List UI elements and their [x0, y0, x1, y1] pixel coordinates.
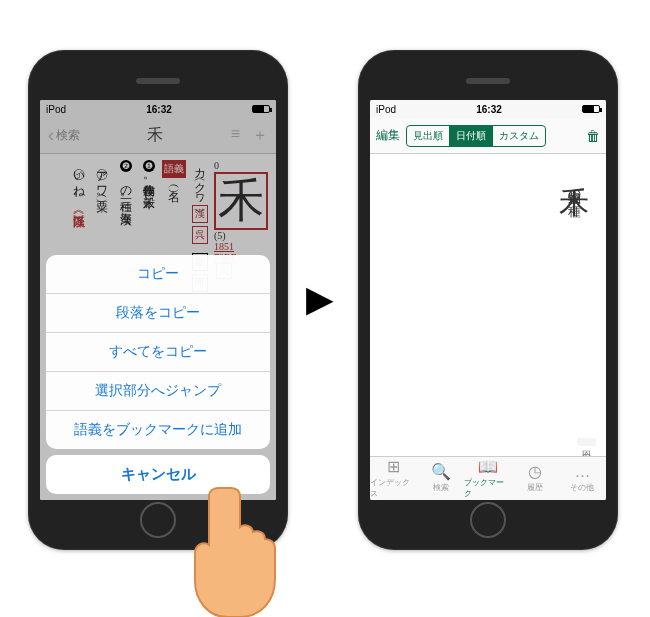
trash-icon[interactable]: 🗑: [586, 128, 600, 144]
arrow-icon: ▶: [306, 278, 334, 320]
tab-label: ブックマーク: [464, 477, 511, 499]
tab-label: その他: [570, 482, 594, 493]
bookmark-entry[interactable]: 禾 穀物の一種。: [553, 162, 594, 448]
segment-custom-order[interactable]: カスタム: [492, 126, 545, 146]
phone-right: iPod 16:32 編集 見出順 日付順 カスタム 🗑 禾 穀物の一: [358, 50, 618, 550]
action-sheet-group: コピー 段落をコピー すべてをコピー 選択部分へジャンプ 語義をブックマークに追…: [46, 255, 270, 449]
action-jump-to-selection[interactable]: 選択部分へジャンプ: [46, 371, 270, 410]
tab-history[interactable]: ◷ 履歴: [512, 457, 559, 500]
search-icon: 🔍: [431, 464, 451, 480]
speaker: [136, 78, 180, 84]
status-time: 16:32: [476, 104, 502, 115]
tab-bar: ⊞ インデックス 🔍 検索 📖 ブックマーク ◷ 履歴 … その他: [370, 456, 606, 500]
tab-label: 履歴: [527, 482, 543, 493]
pointing-finger-icon: [185, 480, 285, 617]
home-button[interactable]: [140, 502, 176, 538]
status-carrier: iPod: [376, 104, 396, 115]
screen-left: iPod 16:32 ‹ 検索 禾 ≡ ＋ 0: [40, 100, 276, 500]
tab-search[interactable]: 🔍 検索: [417, 457, 464, 500]
edit-button[interactable]: 編集: [376, 127, 400, 144]
sort-segmented-control[interactable]: 見出順 日付順 カスタム: [406, 125, 546, 147]
more-icon: …: [574, 464, 590, 480]
tab-more[interactable]: … その他: [559, 457, 606, 500]
bookmark-content: 禾 穀物の一種。: [370, 154, 606, 456]
tab-label: 検索: [433, 482, 449, 493]
phone-left: iPod 16:32 ‹ 検索 禾 ≡ ＋ 0: [28, 50, 288, 550]
bookmark-desc: 穀物の一種。: [567, 173, 582, 209]
action-copy-paragraph[interactable]: 段落をコピー: [46, 293, 270, 332]
action-sheet: コピー 段落をコピー すべてをコピー 選択部分へジャンプ 語義をブックマークに追…: [46, 255, 270, 494]
today-badge: 今日: [577, 438, 596, 446]
grid-icon: ⊞: [387, 459, 400, 475]
tab-label: インデックス: [370, 477, 417, 499]
speaker: [466, 78, 510, 84]
bookmark-icon: 📖: [478, 459, 498, 475]
stage: iPod 16:32 ‹ 検索 禾 ≡ ＋ 0: [0, 0, 650, 617]
tab-bookmark[interactable]: 📖 ブックマーク: [464, 457, 511, 500]
action-copy[interactable]: コピー: [46, 255, 270, 293]
home-button[interactable]: [470, 502, 506, 538]
screen-right: iPod 16:32 編集 見出順 日付順 カスタム 🗑 禾 穀物の一: [370, 100, 606, 500]
tab-index[interactable]: ⊞ インデックス: [370, 457, 417, 500]
battery-icon: [582, 105, 600, 113]
segment-heading-order[interactable]: 見出順: [407, 126, 449, 146]
status-bar: iPod 16:32: [370, 100, 606, 118]
bookmark-toolbar: 編集 見出順 日付順 カスタム 🗑: [370, 118, 606, 154]
clock-icon: ◷: [528, 464, 542, 480]
action-copy-all[interactable]: すべてをコピー: [46, 332, 270, 371]
segment-date-order[interactable]: 日付順: [449, 126, 492, 146]
action-add-bookmark[interactable]: 語義をブックマークに追加: [46, 410, 270, 449]
